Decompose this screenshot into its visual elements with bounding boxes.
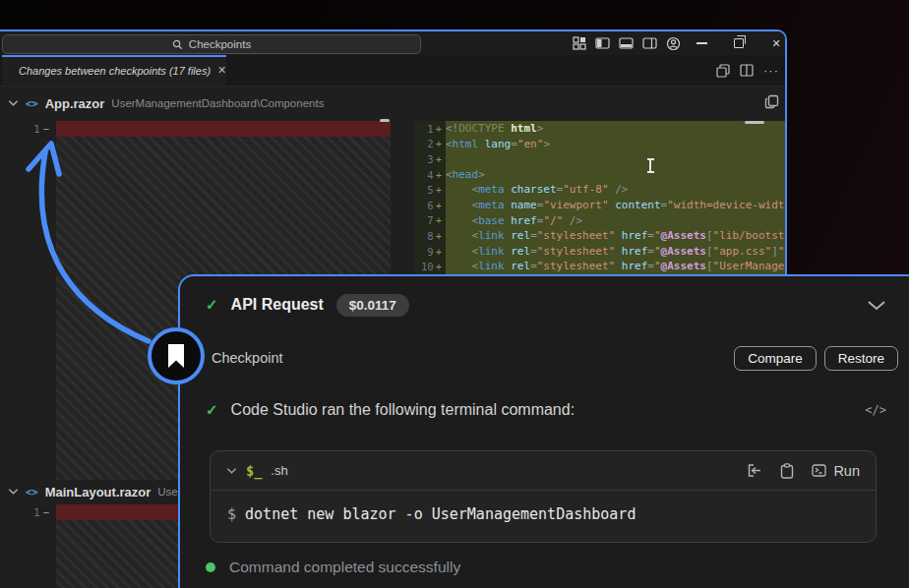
cost-badge: $0.0117	[336, 294, 409, 317]
search-icon	[172, 39, 183, 50]
chevron-down-icon	[8, 488, 19, 496]
diff-left-gutter-line-1: 1−	[0, 121, 49, 137]
gutter-line-number: 4+	[414, 167, 446, 183]
code-line[interactable]	[446, 151, 785, 167]
toggle-panel-right-button[interactable]	[642, 36, 657, 50]
success-dot-icon	[206, 562, 215, 572]
terminal-header: $_ .sh Run	[211, 451, 876, 491]
copy-file-button[interactable]	[764, 94, 779, 109]
file-name: MainLayout.razor	[45, 485, 152, 500]
api-request-title: API Request	[231, 296, 324, 314]
checkpoint-label: Checkpoint	[212, 350, 283, 366]
file-path: UserManagementDashboard\Components	[111, 97, 324, 109]
split-editor-button[interactable]	[740, 64, 754, 77]
diff-added-lines[interactable]: <!DOCTYPE html><html lang="en"><head> <m…	[446, 121, 785, 274]
compare-button[interactable]: Compare	[734, 346, 817, 371]
code-line[interactable]: <link rel="stylesheet" href="@Assets["li…	[446, 228, 785, 244]
gutter-line-number: 6+	[414, 198, 446, 213]
account-button[interactable]	[666, 36, 681, 51]
text-cursor	[649, 159, 651, 172]
code-icon: <>	[26, 97, 38, 109]
run-command-button[interactable]: Run	[812, 463, 860, 479]
terminal-filename: .sh	[271, 463, 287, 478]
chevron-down-icon[interactable]	[226, 467, 237, 475]
gutter-line-number: 10+	[414, 259, 446, 274]
minimize-button[interactable]	[695, 36, 708, 50]
copy-command-button[interactable]	[780, 463, 794, 479]
terminal-run-icon	[812, 464, 826, 477]
tab-changes-between-checkpoints[interactable]: Changes between checkpoints (17 files) ✕	[2, 55, 226, 86]
search-label: Checkpoints	[189, 38, 251, 50]
open-changes-button[interactable]	[716, 64, 730, 78]
tab-bar: Changes between checkpoints (17 files) ✕…	[0, 55, 785, 87]
command-center-search[interactable]: Checkpoints	[2, 34, 421, 54]
code-line[interactable]: <html lang="en">	[446, 137, 785, 152]
insert-into-terminal-button[interactable]	[746, 463, 762, 478]
code-line[interactable]: <link rel="stylesheet" href="@Assets["Us…	[446, 259, 785, 274]
close-button[interactable]: ✕	[769, 36, 783, 50]
api-request-card: ✓ API Request $0.0117 Checkpoint Compare…	[178, 274, 909, 588]
terminal-block: $_ .sh Run $ dotnet new blazor -o UserMa…	[210, 450, 877, 543]
code-line[interactable]: <meta charset="utf-8" />	[446, 182, 785, 198]
status-text: Command completed successfully	[229, 559, 460, 576]
code-line[interactable]: <head>	[446, 167, 785, 183]
title-bar: Checkpoints ✕	[0, 31, 785, 55]
restore-icon	[734, 38, 744, 48]
api-request-header[interactable]: ✓ API Request $0.0117	[180, 288, 909, 322]
command-text: dotnet new blazor -o UserManagementDashb…	[236, 505, 636, 523]
diff-added-gutter: 1+2+3+4+5+6+7+8+9+10+	[414, 121, 446, 274]
check-icon: ✓	[206, 401, 218, 419]
gutter-line-number: 8+	[414, 228, 446, 244]
command-prompt: $	[227, 505, 236, 523]
check-icon: ✓	[206, 296, 218, 314]
checkpoint-row: Checkpoint Compare Restore	[180, 342, 909, 374]
deleted-line-bar	[56, 121, 391, 137]
code-line[interactable]: <meta name="viewport" content="width=dev…	[446, 198, 785, 213]
code-line[interactable]: <!DOCTYPE html>	[446, 121, 785, 137]
code-line[interactable]: <link rel="stylesheet" href="@Assets["ap…	[446, 244, 785, 260]
command-status-row: Command completed successfully	[180, 555, 909, 580]
restore-button[interactable]: Restore	[824, 346, 898, 371]
gutter-line-number: 1+	[414, 121, 446, 137]
toggle-panel-bottom-button[interactable]	[619, 36, 634, 50]
right-pane-scrollbar[interactable]	[745, 121, 764, 124]
gutter-line-number: 5+	[414, 182, 446, 198]
terminal-command-row: ✓ Code Studio ran the following terminal…	[180, 395, 909, 425]
minimize-icon	[697, 42, 707, 44]
terminal-command-text: Code Studio ran the following terminal c…	[231, 401, 576, 419]
gutter-line-number: 9+	[414, 244, 446, 260]
gutter-line-number: 3+	[414, 151, 446, 167]
toggle-panel-left-button[interactable]	[595, 36, 610, 50]
diff-left-gutter-line-1: 1−	[0, 504, 49, 520]
run-label: Run	[833, 463, 860, 479]
code-line[interactable]: <base href="/" />	[446, 213, 785, 229]
chevron-down-icon	[8, 99, 19, 107]
terminal-command-line: $ dotnet new blazor -o UserManagementDas…	[211, 491, 876, 538]
shell-prompt-icon: $_	[246, 463, 262, 479]
collapse-chevron-button[interactable]	[867, 300, 886, 311]
checkpoint-bookmark-badge[interactable]	[148, 327, 205, 384]
gutter-line-number: 7+	[414, 213, 446, 229]
more-actions-button[interactable]: ···	[763, 66, 779, 76]
customize-layout-button[interactable]	[573, 36, 586, 50]
code-slash-icon[interactable]: </>	[865, 403, 886, 417]
gutter-line-number: 2+	[414, 137, 446, 152]
left-pane-scrollbar[interactable]	[380, 119, 390, 122]
tab-close-button[interactable]: ✕	[217, 64, 226, 77]
restore-button[interactable]	[732, 36, 746, 50]
tab-label: Changes between checkpoints (17 files)	[19, 65, 211, 77]
file-section-header-app-razor[interactable]: <> App.razor UserManagementDashboard\Com…	[0, 90, 785, 116]
code-icon: <>	[26, 486, 38, 498]
bookmark-icon	[166, 343, 186, 369]
file-name: App.razor	[45, 96, 105, 111]
